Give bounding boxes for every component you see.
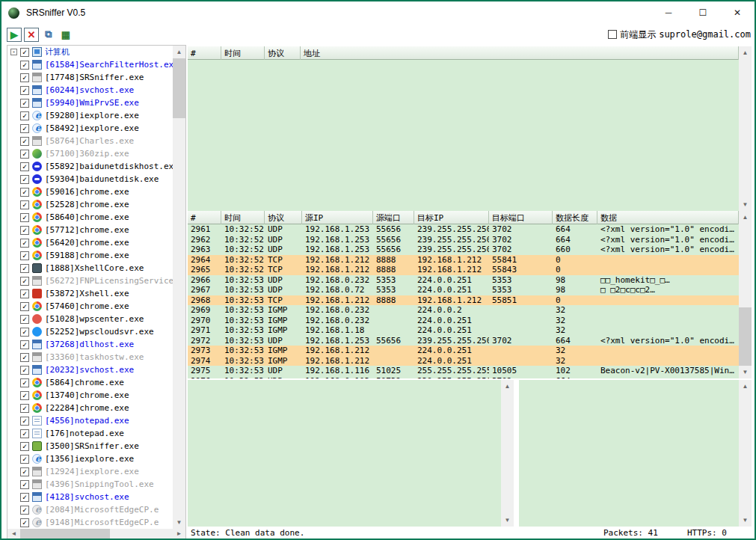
tree-item[interactable]: ✓[4556]notepad.exe (7, 414, 173, 427)
packet-row[interactable]: 297010:32:53IGMP192.168.0.232224.0.0.251… (188, 316, 739, 326)
tree-item[interactable]: ✓[2084]MicrosoftEdgeCP.e (7, 503, 173, 516)
minimize-button[interactable]: ─ (651, 1, 686, 24)
tree-hscroll-thumb[interactable] (20, 529, 110, 539)
process-checkbox[interactable]: ✓ (20, 61, 29, 70)
column-header[interactable]: 源IP (302, 211, 373, 224)
scroll-up-icon[interactable]: ▲ (501, 380, 514, 393)
process-checkbox[interactable]: ✓ (20, 442, 29, 451)
process-checkbox[interactable]: ✓ (20, 455, 29, 464)
tree-item[interactable]: ✓[51028]wpscenter.exe (7, 313, 173, 325)
tree-item[interactable]: ✓[52528]chrome.exe (7, 198, 173, 211)
packet-row[interactable]: 296210:32:52UDP192.168.1.25355656239.255… (188, 235, 739, 245)
tree-item[interactable]: ✓[60244]svchost.exe (7, 84, 173, 96)
title-bar[interactable]: SRSniffer V0.5 ─ ☐ ✕ (1, 1, 755, 24)
packet-row[interactable]: 296710:32:53UDP192.168.0.725353224.0.0.2… (188, 285, 739, 295)
process-checkbox[interactable]: ✓ (20, 328, 29, 337)
packet-vertical-scrollbar[interactable]: ▲ ▼ (739, 211, 752, 378)
tree-item[interactable]: ✓[59188]chrome.exe (7, 249, 173, 262)
scroll-down-icon[interactable]: ▼ (739, 366, 752, 378)
close-button[interactable]: ✕ (720, 1, 755, 24)
process-checkbox[interactable]: ✓ (20, 264, 29, 273)
process-checkbox[interactable]: ✓ (20, 111, 29, 120)
process-checkbox[interactable]: ✓ (20, 391, 29, 400)
tree-item[interactable]: ✓[58764]Charles.exe (7, 135, 173, 147)
front-display-checkbox[interactable] (608, 30, 617, 39)
packet-row[interactable]: 297110:32:53IGMP192.168.1.18224.0.0.2513… (188, 325, 739, 336)
scroll-down-icon[interactable]: ▼ (739, 514, 752, 527)
tree-item[interactable]: ✓[59016]chrome.exe (7, 185, 173, 198)
tree-item[interactable]: ✓[59304]baidunetdisk.exe (7, 173, 173, 185)
column-header[interactable]: 协议 (265, 46, 301, 60)
process-checkbox[interactable]: ✓ (20, 137, 29, 146)
process-checkbox[interactable]: ✓ (20, 277, 29, 286)
text-view-content[interactable] (519, 380, 739, 527)
tree-item[interactable]: ✓[22284]chrome.exe (7, 402, 173, 414)
packet-row[interactable]: 296110:32:52UDP192.168.1.25355656239.255… (188, 224, 739, 235)
scroll-up-icon[interactable]: ▲ (739, 46, 752, 59)
column-header[interactable]: 数据 (597, 211, 739, 224)
collapse-icon[interactable]: - (10, 49, 17, 55)
packet-row[interactable]: 297610:32:53UDP192.168.0.10350732239.255… (188, 376, 739, 379)
tree-item[interactable]: ✓[55892]baidunetdiskhost.ex (7, 160, 173, 173)
column-header[interactable]: # (188, 46, 221, 60)
process-checkbox[interactable]: ✓ (20, 404, 29, 413)
process-checkbox[interactable]: ✓ (20, 366, 29, 375)
process-checkbox[interactable]: ✓ (20, 353, 29, 362)
tree-vertical-scrollbar[interactable]: ▲ ▼ (173, 46, 185, 529)
process-checkbox[interactable]: ✓ (20, 239, 29, 248)
process-checkbox[interactable]: ✓ (20, 175, 29, 184)
scroll-right-icon[interactable]: ► (173, 529, 185, 539)
process-checkbox[interactable]: ✓ (20, 480, 29, 489)
tree-item[interactable]: ✓[59940]WmiPrvSE.exe (7, 96, 173, 109)
process-checkbox[interactable]: ✓ (20, 493, 29, 502)
tree-item[interactable]: ✓[1888]XshellCore.exe (7, 262, 173, 274)
tree-item[interactable]: ✓[9148]MicrosoftEdgeCP.e (7, 516, 173, 529)
packet-row[interactable]: 296310:32:52UDP192.168.1.25355656239.255… (188, 245, 739, 255)
packet-row[interactable]: 296810:32:53TCP192.168.1.2128888192.168.… (188, 295, 739, 306)
column-header[interactable]: 协议 (265, 211, 302, 224)
column-header[interactable]: # (188, 211, 221, 224)
process-checkbox[interactable]: ✓ (20, 200, 29, 209)
packet-row[interactable]: 296610:32:53UDP192.168.0.2325353224.0.0.… (188, 275, 739, 286)
process-checkbox[interactable]: ✓ (20, 417, 29, 426)
tree-item[interactable]: ✓[57712]chrome.exe (7, 224, 173, 236)
packet-row[interactable]: 297210:32:53UDP192.168.1.25355656239.255… (188, 336, 739, 346)
tree-item[interactable]: ✓[57100]360zip.exe (7, 147, 173, 160)
tree-item[interactable]: ✓[12924]iexplore.exe (7, 465, 173, 478)
tree-item[interactable]: ✓[58640]chrome.exe (7, 211, 173, 224)
column-header[interactable]: 数据长度 (553, 211, 597, 224)
tree-item[interactable]: ✓[33360]taskhostw.exe (7, 351, 173, 363)
column-header[interactable]: 时间 (221, 211, 265, 224)
hex-view-content[interactable] (188, 380, 501, 527)
tree-item[interactable]: ✓[4396]SnippingTool.exe (7, 478, 173, 491)
hex-vertical-scrollbar[interactable]: ▲ ▼ (501, 380, 514, 527)
tree-horizontal-scrollbar[interactable]: ◄ ► (7, 529, 185, 539)
tree-item[interactable]: ✓[3500]SRSniffer.exe (7, 440, 173, 452)
process-checkbox[interactable]: ✓ (20, 518, 29, 527)
tree-item[interactable]: ✓[13740]chrome.exe (7, 389, 173, 402)
tree-item[interactable]: ✓[59280]iexplore.exe (7, 109, 173, 122)
tree-item[interactable]: ✓[4128]svchost.exe (7, 491, 173, 503)
tree-item[interactable]: ✓[53872]Xshell.exe (7, 287, 173, 300)
packet-row[interactable]: 296510:32:52TCP192.168.1.2128888192.168.… (188, 265, 739, 275)
packet-vscroll-thumb[interactable] (739, 307, 752, 366)
scroll-down-icon[interactable]: ▼ (173, 516, 185, 529)
filter-settings-icon[interactable]: ▦ (58, 28, 73, 42)
column-header[interactable]: 目标端口 (489, 211, 553, 224)
connection-table-body[interactable] (188, 60, 739, 211)
tree-item[interactable]: ✓[17748]SRSniffer.exe (7, 71, 173, 84)
process-checkbox[interactable]: ✓ (20, 378, 29, 387)
tree-item[interactable]: ✓[56420]chrome.exe (7, 236, 173, 249)
process-checkbox[interactable]: ✓ (20, 99, 29, 108)
process-checkbox[interactable]: ✓ (20, 506, 29, 515)
column-header[interactable]: 地址 (301, 46, 739, 60)
column-header[interactable]: 源端口 (373, 211, 414, 224)
process-checkbox[interactable]: ✓ (20, 162, 29, 171)
packet-row[interactable]: 297510:32:53UDP192.168.1.11651025255.255… (188, 366, 739, 376)
process-checkbox[interactable]: ✓ (20, 340, 29, 349)
tree-item[interactable]: ✓[37268]dllhost.exe (7, 338, 173, 351)
process-checkbox[interactable]: ✓ (20, 213, 29, 222)
tree-item[interactable]: ✓[52252]wpscloudsvr.exe (7, 325, 173, 338)
tree-item[interactable]: ✓[57460]chrome.exe (7, 300, 173, 313)
root-checkbox[interactable]: ✓ (20, 48, 29, 57)
